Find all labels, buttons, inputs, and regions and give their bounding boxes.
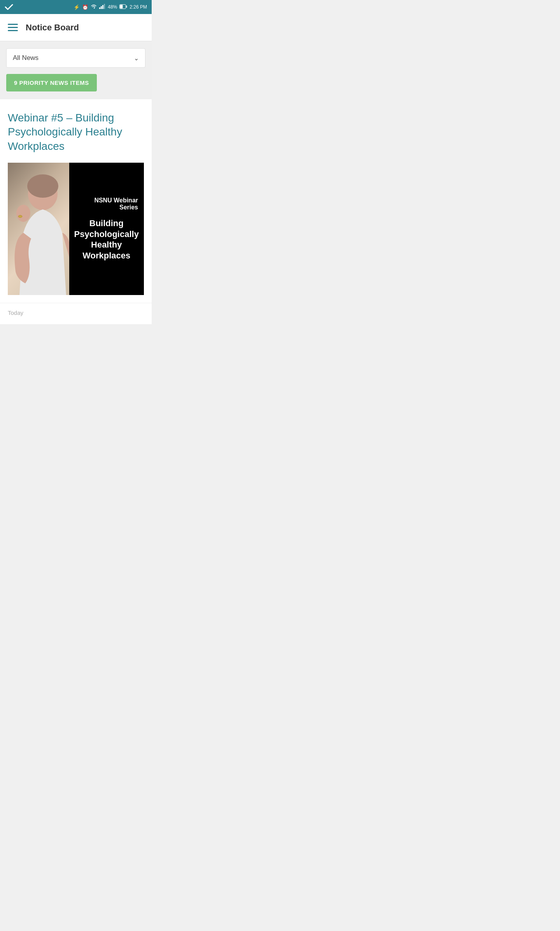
webinar-series-label: NSNU Webinar Series	[75, 197, 138, 211]
status-bar: ⚡ ⏰ 48% 2:26 PM	[0, 0, 152, 14]
dropdown-selected-value: All News	[13, 54, 38, 62]
webinar-text-panel: NSNU Webinar Series Building Psychologic…	[69, 163, 144, 295]
svg-rect-5	[126, 5, 127, 8]
priority-news-badge[interactable]: 9 PRIORITY NEWS ITEMS	[6, 74, 97, 91]
svg-rect-2	[102, 5, 103, 9]
person-silhouette	[8, 163, 69, 295]
svg-point-10	[18, 215, 22, 218]
filter-section: All News ⌄ 9 PRIORITY NEWS ITEMS	[0, 41, 152, 99]
menu-button[interactable]	[8, 24, 18, 31]
page-title: Notice Board	[26, 23, 79, 33]
app-logo-icon	[5, 4, 13, 10]
bluetooth-icon: ⚡	[74, 4, 80, 10]
article-section: Webinar #5 – Building Psychologically He…	[0, 99, 152, 303]
app-header: Notice Board	[0, 14, 152, 41]
webinar-person-image	[8, 163, 69, 295]
article-date: Today	[8, 309, 23, 316]
article-title[interactable]: Webinar #5 – Building Psychologically He…	[8, 111, 144, 153]
chevron-down-icon: ⌄	[134, 54, 139, 62]
news-filter-dropdown[interactable]: All News ⌄	[6, 48, 145, 68]
signal-icon	[99, 4, 105, 10]
battery-percentage: 48%	[108, 4, 117, 10]
wifi-icon	[91, 4, 97, 10]
svg-point-8	[27, 174, 58, 198]
webinar-main-title: Building Psychologically Healthy Workpla…	[74, 218, 139, 261]
svg-rect-1	[101, 6, 102, 9]
svg-point-9	[16, 205, 30, 222]
status-left-icons	[5, 4, 13, 10]
svg-rect-3	[104, 4, 105, 9]
time: 2:26 PM	[130, 4, 147, 10]
svg-rect-6	[120, 5, 123, 8]
hamburger-line-1	[8, 24, 18, 25]
status-right-icons: ⚡ ⏰ 48% 2:26 PM	[74, 4, 147, 10]
hamburger-line-3	[8, 30, 18, 31]
hamburger-line-2	[8, 27, 18, 28]
battery-icon	[119, 4, 127, 10]
article-footer: Today	[0, 303, 152, 324]
svg-rect-0	[99, 7, 100, 9]
webinar-image[interactable]: NSNU Webinar Series Building Psychologic…	[8, 163, 144, 295]
alarm-icon: ⏰	[82, 4, 88, 10]
